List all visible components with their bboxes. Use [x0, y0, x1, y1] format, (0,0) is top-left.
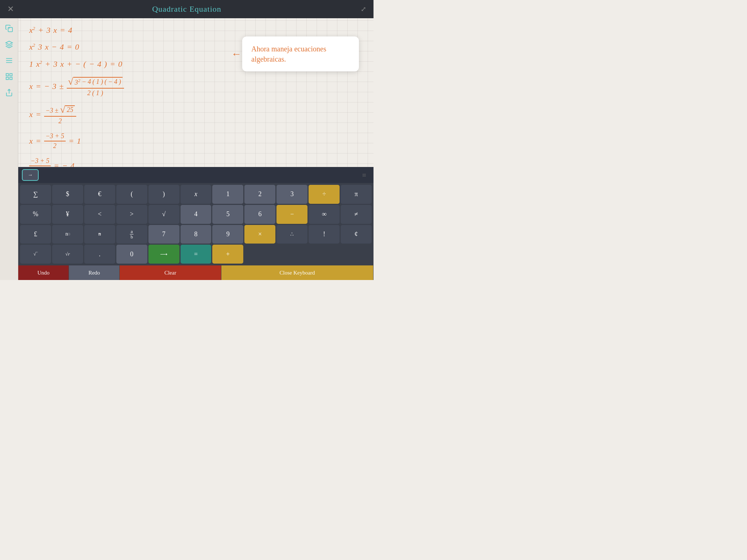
key-0[interactable]: 0	[116, 245, 147, 264]
tooltip-arrow-icon: ←	[231, 48, 241, 60]
svg-rect-5	[6, 74, 8, 76]
keyboard: → ≡ ∑ $ € ( ) x 1 2 3 ÷ π % ¥ < > √ 4 5 …	[18, 167, 374, 280]
key-multiply[interactable]: ×	[244, 225, 275, 244]
sidebar	[0, 18, 18, 280]
key-yen[interactable]: ¥	[52, 205, 83, 224]
svg-marker-1	[5, 41, 12, 44]
page-title: Quadratic Equation	[152, 4, 221, 14]
key-dollar[interactable]: $	[52, 185, 83, 204]
equation-row-5: x = −3 ± √ 25 2	[29, 104, 363, 125]
key-infinity[interactable]: ∞	[309, 205, 340, 224]
key-less[interactable]: <	[84, 205, 115, 224]
key-notequal[interactable]: ≠	[341, 205, 372, 224]
share-icon[interactable]	[3, 86, 16, 99]
key-sqrt-blank[interactable]: √‾	[20, 245, 51, 264]
key-9[interactable]: 9	[212, 225, 243, 244]
key-equals[interactable]: =	[181, 245, 212, 264]
equation-row-6: x = −3 + 5 2 = 1	[29, 132, 363, 150]
layers-icon[interactable]	[3, 38, 16, 51]
key-cent[interactable]: ¢	[341, 225, 372, 244]
key-5[interactable]: 5	[212, 205, 243, 224]
key-exclaim[interactable]: !	[309, 225, 340, 244]
key-sqrt[interactable]: √	[148, 205, 179, 224]
key-4[interactable]: 4	[181, 205, 212, 224]
key-fraction[interactable]: ab	[116, 225, 147, 244]
svg-rect-7	[6, 77, 8, 79]
arrow-right-icon: →	[28, 172, 33, 178]
keyboard-drag-handle[interactable]: ≡	[362, 171, 366, 179]
svg-rect-6	[9, 74, 12, 76]
list-icon[interactable]	[3, 54, 16, 67]
keyboard-tab-arrow[interactable]: →	[22, 169, 39, 181]
clear-button[interactable]: Clear	[120, 265, 221, 280]
copy-icon[interactable]	[3, 22, 16, 35]
key-2[interactable]: 2	[244, 185, 275, 204]
key-greater[interactable]: >	[116, 205, 147, 224]
tooltip-bubble: ← Ahora maneja ecuaciones algebraicas.	[242, 36, 359, 71]
grid-icon[interactable]	[3, 70, 16, 83]
key-pi[interactable]: π	[341, 185, 372, 204]
undo-button[interactable]: Undo	[18, 265, 69, 280]
key-7[interactable]: 7	[148, 225, 179, 244]
equation-row-1: x2 + 3 x = 4	[29, 26, 363, 35]
tooltip-text: Ahora maneja ecuaciones algebraicas.	[251, 45, 326, 63]
key-euro[interactable]: €	[84, 185, 115, 204]
header: ✕ Quadratic Equation ⤢	[0, 0, 374, 18]
key-superscript[interactable]: n□	[52, 225, 83, 244]
key-6[interactable]: 6	[244, 205, 275, 224]
key-long-arrow[interactable]: ⟶	[148, 245, 179, 264]
key-pound[interactable]: £	[20, 225, 51, 244]
key-lparen[interactable]: (	[116, 185, 147, 204]
key-1[interactable]: 1	[212, 185, 243, 204]
key-strikethrough-n[interactable]: n	[84, 225, 115, 244]
key-3[interactable]: 3	[276, 185, 307, 204]
key-sqrt-r[interactable]: √r	[52, 245, 83, 264]
key-plus[interactable]: +	[212, 245, 243, 264]
key-divide[interactable]: ÷	[309, 185, 340, 204]
keyboard-bottom-bar: Undo Redo Clear Close Keyboard	[18, 265, 374, 280]
equation-row-7: −3 + 5 2 = − 4	[29, 157, 363, 167]
key-minus[interactable]: −	[276, 205, 307, 224]
key-rparen[interactable]: )	[148, 185, 179, 204]
key-dot[interactable]: .	[84, 245, 115, 264]
equation-row-4: x = − 3 ± √ 32 − 4 ( 1	[29, 76, 363, 97]
key-8[interactable]: 8	[181, 225, 212, 244]
close-keyboard-button[interactable]: Close Keyboard	[221, 265, 374, 280]
redo-button[interactable]: Redo	[69, 265, 120, 280]
close-button[interactable]: ✕	[7, 4, 14, 14]
key-percent[interactable]: %	[20, 205, 51, 224]
key-sigma[interactable]: ∑	[20, 185, 51, 204]
expand-button[interactable]: ⤢	[361, 5, 366, 13]
keyboard-keys-grid: ∑ $ € ( ) x 1 2 3 ÷ π % ¥ < > √ 4 5 6 − …	[18, 183, 374, 265]
keyboard-top-bar: → ≡	[18, 167, 374, 183]
svg-rect-8	[9, 77, 12, 79]
key-therefore[interactable]: ∴	[276, 225, 307, 244]
key-x[interactable]: x	[181, 185, 212, 204]
